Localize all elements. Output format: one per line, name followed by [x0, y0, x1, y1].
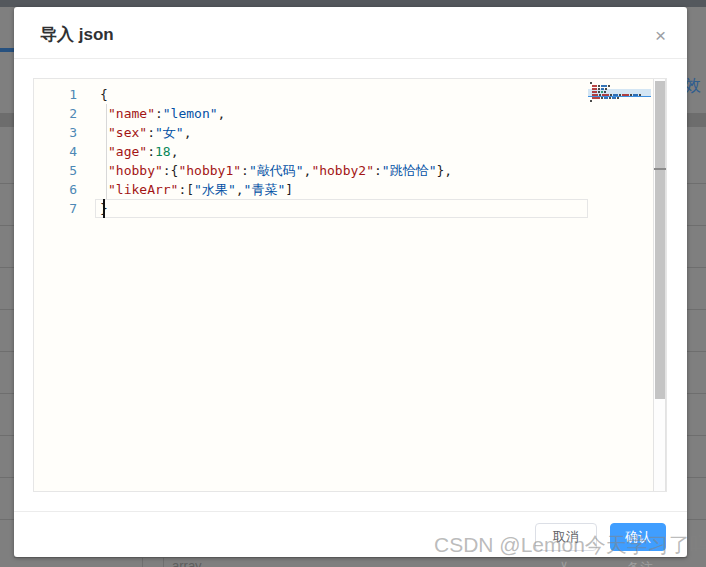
background-row-line — [0, 183, 14, 184]
background-row-line — [0, 393, 14, 394]
chevron-down-icon: ∨ — [560, 558, 568, 567]
background-row-line — [687, 351, 706, 352]
background-cell-text: array — [172, 558, 202, 567]
background-row-line — [0, 225, 14, 226]
background-row-line — [0, 267, 14, 268]
cancel-button[interactable]: 取消 — [535, 523, 597, 551]
import-json-dialog: 导入 json × 1{2"name":"lemon",3"sex":"女",4… — [14, 7, 687, 557]
code-text: { — [100, 85, 108, 104]
code-line[interactable]: 6"likeArr":["水果","青菜"] — [34, 180, 586, 199]
line-number: 1 — [34, 85, 77, 104]
scrollbar-thumb[interactable] — [655, 81, 665, 399]
code-line[interactable]: 4"age":18, — [34, 142, 586, 161]
background-row-line — [687, 477, 706, 478]
dialog-header: 导入 json × — [14, 7, 687, 59]
code-text: "hobby":{"hobby1":"敲代码","hobby2":"跳恰恰"}, — [108, 161, 452, 180]
background-cell-border — [142, 558, 143, 567]
background-row-line — [0, 309, 14, 310]
background-column-label: 效 — [687, 74, 701, 97]
line-number: 2 — [34, 104, 77, 123]
confirm-button[interactable]: 确认 — [610, 523, 666, 551]
line-number: 4 — [34, 142, 77, 161]
scrollbar-divider — [654, 168, 666, 170]
background-row-line — [0, 435, 14, 436]
background-table-left-edge — [0, 7, 14, 567]
line-number: 7 — [34, 199, 77, 218]
background-row-line — [687, 267, 706, 268]
line-number: 5 — [34, 161, 77, 180]
background-table-header-band — [687, 113, 706, 127]
code-line[interactable]: 2"name":"lemon", — [34, 104, 586, 123]
close-icon[interactable]: × — [655, 26, 666, 45]
dialog-footer: 取消 确认 — [14, 511, 687, 557]
background-table-row: array ∨ 备注 — [14, 557, 687, 567]
background-cell-border — [163, 558, 164, 567]
background-row-line — [687, 519, 706, 520]
background-table-right-edge: 效 — [687, 7, 706, 567]
line-number: 6 — [34, 180, 77, 199]
background-row-line — [0, 519, 14, 520]
background-page-header — [0, 0, 706, 7]
json-editor[interactable]: 1{2"name":"lemon",3"sex":"女",4"age":18,5… — [33, 78, 667, 492]
background-accent-line — [0, 48, 14, 52]
code-line[interactable]: 1{ — [34, 85, 586, 104]
background-cell-text: 备注 — [627, 559, 653, 567]
background-row-line — [687, 435, 706, 436]
minimap[interactable] — [588, 79, 651, 491]
code-line[interactable]: 5"hobby":{"hobby1":"敲代码","hobby2":"跳恰恰"}… — [34, 161, 586, 180]
background-row-line — [687, 225, 706, 226]
code-text: "age":18, — [108, 142, 178, 161]
code-line[interactable]: 7} — [34, 199, 586, 218]
background-row-line — [687, 309, 706, 310]
background-row-line — [687, 183, 706, 184]
code-line[interactable]: 3"sex":"女", — [34, 123, 586, 142]
dialog-title: 导入 json — [40, 23, 114, 46]
background-row-line — [687, 393, 706, 394]
editor-scrollbar[interactable] — [653, 79, 666, 491]
background-row-line — [0, 477, 14, 478]
code-text: "likeArr":["水果","青菜"] — [108, 180, 293, 199]
line-number: 3 — [34, 123, 77, 142]
background-table-header-band — [0, 113, 14, 127]
code-text: "sex":"女", — [108, 123, 191, 142]
code-text: "name":"lemon", — [108, 104, 225, 123]
text-cursor — [103, 199, 105, 218]
background-row-line — [0, 351, 14, 352]
